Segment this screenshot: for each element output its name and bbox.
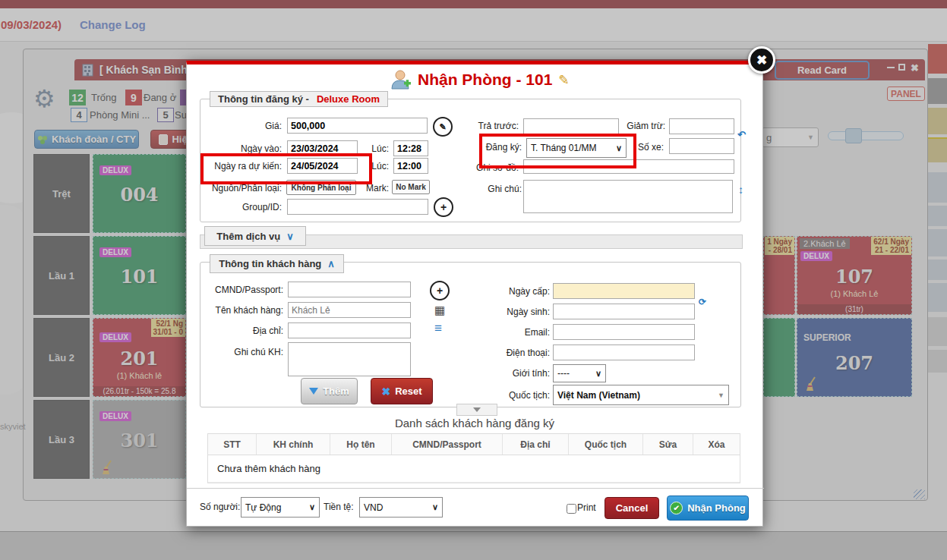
address-list-icon[interactable]: ≡: [434, 321, 442, 336]
customer-legend-text: Thông tin khách hàng: [219, 258, 321, 269]
chevron-up-icon: ∧: [327, 258, 335, 269]
ngay-cap-label: Ngày cấp:: [497, 286, 550, 297]
mark-button[interactable]: No Mark: [392, 180, 430, 194]
cmnd-label: CMND/Passport:: [206, 285, 283, 295]
screen: 09/03/2024) Change Log [ Khách Sạn Bình …: [0, 0, 947, 560]
guest-table: STT KH chính Họ tên CMND/Passport Địa ch…: [207, 433, 740, 483]
tien-te-select[interactable]: VND ∨: [359, 497, 443, 518]
col-xoa[interactable]: Xóa: [693, 434, 740, 455]
ten-label: Tên khách hàng:: [206, 305, 283, 316]
so-xe-input[interactable]: [669, 138, 734, 154]
so-nguoi-select[interactable]: Tự Động ∨: [241, 497, 320, 518]
ngay-ra-label: Ngày ra dự kiến:: [210, 161, 282, 171]
checkin-modal: Nhận Phòng - 101 ✎ Thông tin đăng ký - D…: [186, 61, 763, 527]
nguon-label: Nguồn/Phân loại:: [206, 183, 282, 193]
guest-table-header: STT KH chính Họ tên CMND/Passport Địa ch…: [208, 434, 740, 455]
cancel-button[interactable]: Cancel: [605, 497, 659, 519]
col-quoc-tich[interactable]: Quốc tịch: [569, 434, 643, 455]
ghi-chu-kh-label: Ghi chú KH:: [206, 347, 283, 357]
col-kh-chinh[interactable]: KH chính: [257, 434, 330, 455]
so-nguoi-label: Số người:: [200, 502, 240, 512]
collapse-handle[interactable]: [456, 404, 497, 416]
luc2-input[interactable]: [393, 158, 428, 174]
dia-chi-input[interactable]: [288, 322, 411, 338]
refresh-icon[interactable]: ⟳: [699, 297, 706, 307]
dien-thoai-label: Điện thoại:: [497, 348, 550, 358]
luc1-input[interactable]: [393, 140, 428, 156]
ghi-so-do-label: Ghi sơ đồ:: [462, 162, 519, 173]
tra-truoc-label: Trả trước:: [464, 121, 519, 131]
print-label: Print: [577, 502, 596, 513]
check-icon: ✔: [670, 502, 683, 514]
reset-button[interactable]: ✖ Reset: [371, 378, 433, 404]
gia-label: Giá:: [217, 121, 282, 131]
edit-pencil-icon[interactable]: ✎: [558, 72, 569, 88]
gioi-tinh-value: ----: [557, 368, 570, 379]
gia-input[interactable]: [287, 118, 428, 134]
expand-vertical-icon[interactable]: ↕: [738, 184, 743, 196]
triangle-down-icon: [473, 407, 481, 412]
undo-icon[interactable]: ↶: [737, 129, 746, 140]
group-id-input[interactable]: [287, 199, 428, 215]
ngay-cap-input[interactable]: [553, 283, 695, 299]
add-customer-icon[interactable]: +: [430, 281, 450, 300]
chevron-down-icon: ▼: [718, 392, 724, 399]
col-cmnd[interactable]: CMND/Passport: [392, 434, 503, 455]
tien-te-label: Tiền tệ:: [324, 502, 354, 512]
customer-legend-toggle[interactable]: Thông tin khách hàng ∧: [210, 254, 344, 273]
add-group-icon[interactable]: +: [434, 197, 453, 217]
tra-truoc-input[interactable]: [523, 118, 619, 134]
gioi-tinh-label: Giới tính:: [497, 368, 550, 379]
dien-thoai-input[interactable]: [553, 344, 695, 360]
col-stt[interactable]: STT: [208, 434, 257, 455]
ghi-chu-kh-textarea[interactable]: [288, 342, 411, 376]
footer-divider: [187, 488, 764, 489]
email-input[interactable]: [553, 324, 695, 340]
email-label: Email:: [497, 327, 550, 338]
ngay-sinh-label: Ngày sinh:: [497, 307, 550, 317]
chevron-down-icon: ∨: [595, 369, 601, 379]
chevron-down-icon: ∨: [286, 231, 294, 242]
print-checkbox[interactable]: [567, 504, 576, 514]
col-sua[interactable]: Sửa: [643, 434, 693, 455]
guest-table-empty-row: Chưa thêm khách hàng: [208, 455, 740, 483]
quoc-tich-select[interactable]: Việt Nam (Vietnam) ▼: [553, 385, 729, 405]
ten-input[interactable]: [288, 302, 411, 318]
tien-te-value: VND: [364, 502, 383, 513]
them-button[interactable]: Thêm: [301, 378, 358, 404]
them-label: Thêm: [323, 385, 349, 397]
ghi-chu-textarea[interactable]: [523, 180, 733, 213]
modal-title: Nhận Phòng - 101: [418, 71, 552, 89]
so-xe-label: Số xe:: [620, 142, 664, 153]
dang-ky-label: Đăng ký:: [481, 142, 522, 153]
registration-legend: Thông tin đăng ký - Deluxe Room: [210, 91, 388, 107]
quoc-tich-value: Việt Nam (Vietnam): [557, 390, 640, 401]
ngay-sinh-input[interactable]: [553, 304, 695, 319]
chevron-down-icon: ∨: [309, 502, 315, 512]
ghi-chu-label: Ghi chú:: [481, 184, 522, 194]
cmnd-input[interactable]: [288, 282, 411, 297]
ngay-vao-input[interactable]: [287, 140, 358, 156]
col-dia-chi[interactable]: Địa chỉ: [503, 434, 569, 455]
edit-price-icon[interactable]: ✎: [433, 117, 453, 137]
luc2-label: Lúc:: [358, 161, 389, 171]
qr-scan-icon[interactable]: ▦: [434, 304, 445, 317]
dang-ky-select[interactable]: T. Tháng 01/MM ∨: [526, 138, 627, 158]
mark-label: Mark:: [358, 183, 389, 193]
modal-title-row: Nhận Phòng - 101 ✎: [390, 69, 570, 90]
x-icon: ✖: [381, 385, 390, 398]
gioi-tinh-select[interactable]: ---- ∨: [553, 364, 606, 382]
person-add-icon: [390, 69, 412, 90]
dang-ky-value: T. Tháng 01/MM: [531, 143, 596, 153]
ghi-so-do-input[interactable]: [523, 159, 734, 174]
ngay-ra-input[interactable]: [287, 158, 358, 174]
nguon-button[interactable]: Không Phân loại: [286, 180, 356, 195]
services-toggle[interactable]: Thêm dịch vụ ∨: [204, 226, 306, 246]
room-type-text: Deluxe Room: [317, 93, 380, 105]
so-nguoi-value: Tự Động: [245, 502, 281, 513]
registration-legend-text: Thông tin đăng ký -: [218, 93, 309, 105]
checkin-button[interactable]: ✔ Nhận Phòng: [667, 496, 749, 521]
modal-close-button[interactable]: ✖: [748, 46, 775, 74]
giam-tru-input[interactable]: [669, 118, 734, 134]
col-ho-ten[interactable]: Họ tên: [330, 434, 392, 455]
